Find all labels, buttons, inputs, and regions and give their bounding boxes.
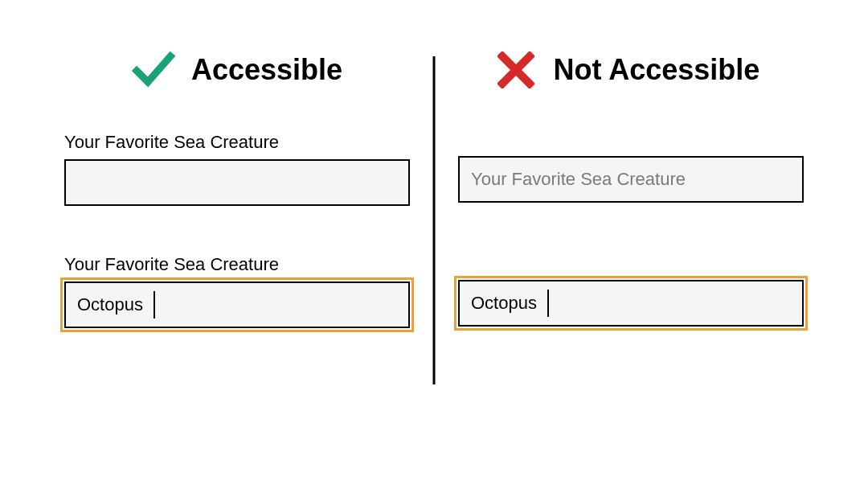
accessible-empty-label: Your Favorite Sea Creature xyxy=(64,132,410,153)
not-accessible-filled-group xyxy=(458,280,804,327)
checkmark-icon xyxy=(132,48,175,92)
accessible-filled-input[interactable] xyxy=(64,281,410,328)
accessible-header: Accessible xyxy=(64,48,410,92)
accessible-heading: Accessible xyxy=(191,53,342,87)
accessible-column: Accessible Your Favorite Sea Creature Yo… xyxy=(40,48,434,457)
x-icon xyxy=(494,48,538,92)
not-accessible-placeholder-input[interactable] xyxy=(458,156,804,203)
accessible-empty-input[interactable] xyxy=(64,159,410,206)
not-accessible-header: Not Accessible xyxy=(458,48,804,92)
accessible-filled-label: Your Favorite Sea Creature xyxy=(64,254,410,275)
not-accessible-filled-wrapper xyxy=(458,280,804,327)
not-accessible-column: Not Accessible xyxy=(434,48,828,457)
not-accessible-heading: Not Accessible xyxy=(554,53,760,87)
accessible-empty-group: Your Favorite Sea Creature xyxy=(64,132,410,206)
vertical-divider xyxy=(433,56,436,384)
not-accessible-placeholder-group xyxy=(458,156,804,203)
accessible-filled-group: Your Favorite Sea Creature xyxy=(64,254,410,328)
comparison-container: Accessible Your Favorite Sea Creature Yo… xyxy=(0,0,868,489)
spacer xyxy=(458,132,804,156)
accessible-filled-wrapper xyxy=(64,281,410,328)
not-accessible-filled-input[interactable] xyxy=(458,280,804,327)
